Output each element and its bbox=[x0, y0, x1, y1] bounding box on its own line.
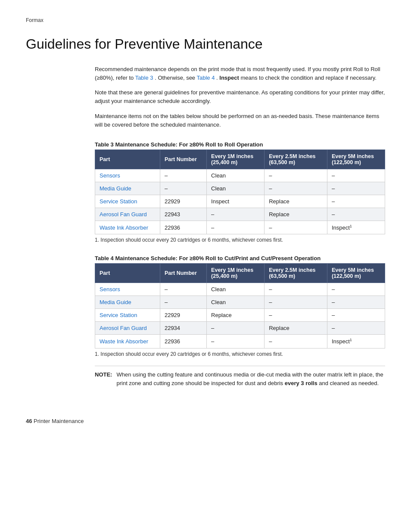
cell-3: – bbox=[207, 208, 265, 221]
table3-header-5m: Every 5M inches(122,500 m) bbox=[327, 149, 385, 169]
cell-4: – bbox=[265, 169, 327, 182]
part-name-cell: Waste Ink Absorber bbox=[95, 335, 160, 348]
cell-4: – bbox=[265, 296, 327, 309]
cell-5: – bbox=[327, 283, 385, 296]
cell-2: – bbox=[160, 169, 206, 182]
table-row: Media Guide–Clean–– bbox=[95, 182, 385, 195]
cell-4: Replace bbox=[265, 322, 327, 335]
cell-3: – bbox=[207, 221, 265, 234]
table-row: Waste Ink Absorber22936––Inspect1 bbox=[95, 221, 385, 234]
cell-2: 22943 bbox=[160, 208, 206, 221]
cell-3: Clean bbox=[207, 283, 265, 296]
table4-caption: Table 4 Maintenance Schedule: For ≥80% R… bbox=[95, 255, 385, 261]
cell-5: – bbox=[327, 296, 385, 309]
table4-header-5m: Every 5M inches(122,500 m) bbox=[327, 264, 385, 283]
table3-header-1m: Every 1M inches(25,400 m) bbox=[207, 149, 265, 169]
cell-2: 22936 bbox=[160, 221, 206, 234]
part-link[interactable]: Media Guide bbox=[100, 185, 131, 192]
part-name-cell: Waste Ink Absorber bbox=[95, 221, 160, 234]
part-link[interactable]: Aerosol Fan Guard bbox=[100, 325, 147, 331]
cell-3: Replace bbox=[207, 309, 265, 322]
table-row: Service Station22929InspectReplace– bbox=[95, 195, 385, 208]
note-label: NOTE: bbox=[95, 370, 112, 388]
page-title: Guidelines for Preventive Maintenance bbox=[26, 36, 385, 52]
part-link[interactable]: Waste Ink Absorber bbox=[100, 224, 148, 231]
part-name-cell: Service Station bbox=[95, 195, 160, 208]
cell-5: – bbox=[327, 309, 385, 322]
cell-4: – bbox=[265, 221, 327, 234]
table-row: Aerosol Fan Guard22943–Replace– bbox=[95, 208, 385, 221]
table-row: Sensors–Clean–– bbox=[95, 169, 385, 182]
part-link[interactable]: Aerosol Fan Guard bbox=[100, 211, 147, 218]
note-text: When using the cutting feature and conti… bbox=[116, 370, 385, 388]
intro-paragraph-1: Recommended maintenance depends on the p… bbox=[95, 65, 385, 82]
cell-5: – bbox=[327, 169, 385, 182]
cell-4: – bbox=[265, 182, 327, 195]
table-row: Sensors–Clean–– bbox=[95, 283, 385, 296]
table-row: Aerosol Fan Guard22934–Replace– bbox=[95, 322, 385, 335]
table3-header-part: Part bbox=[95, 149, 160, 169]
table3-footnote: 1. Inspection should occur every 20 cart… bbox=[95, 237, 385, 243]
cell-4: – bbox=[265, 335, 327, 348]
cell-2: 22936 bbox=[160, 335, 206, 348]
part-link[interactable]: Service Station bbox=[100, 312, 137, 318]
intro-paragraph-3: Maintenance items not on the tables belo… bbox=[95, 112, 385, 129]
intro-paragraph-2: Note that these are general guidelines f… bbox=[95, 88, 385, 106]
cell-2: – bbox=[160, 182, 206, 195]
cell-2: – bbox=[160, 296, 206, 309]
cell-3: Clean bbox=[207, 182, 265, 195]
cell-5: Inspect1 bbox=[327, 335, 385, 348]
cell-4: Replace bbox=[265, 195, 327, 208]
cell-2: – bbox=[160, 283, 206, 296]
part-link[interactable]: Media Guide bbox=[100, 299, 131, 305]
table4-footnote: 1. Inspection should occur every 20 cart… bbox=[95, 351, 385, 357]
cell-5: – bbox=[327, 322, 385, 335]
table3-link[interactable]: Table 3 bbox=[135, 75, 153, 81]
table4-link[interactable]: Table 4 bbox=[197, 75, 215, 81]
part-link[interactable]: Sensors bbox=[100, 286, 120, 292]
cell-2: 22929 bbox=[160, 309, 206, 322]
table4-header-partnumber: Part Number bbox=[160, 264, 206, 283]
cell-3: – bbox=[207, 335, 265, 348]
cell-3: – bbox=[207, 322, 265, 335]
part-name-cell: Media Guide bbox=[95, 182, 160, 195]
brand-label: Formax bbox=[26, 17, 385, 23]
cell-2: 22929 bbox=[160, 195, 206, 208]
cell-5: Inspect1 bbox=[327, 221, 385, 234]
table4-header-part: Part bbox=[95, 264, 160, 283]
table4: Part Part Number Every 1M inches(25,400 … bbox=[95, 263, 385, 348]
page-footer: 46 Printer Maintenance bbox=[26, 418, 385, 424]
table4-header-2-5m: Every 2.5M inches(63,500 m) bbox=[265, 264, 327, 283]
cell-4: – bbox=[265, 309, 327, 322]
note-box: NOTE: When using the cutting feature and… bbox=[95, 366, 385, 392]
part-name-cell: Service Station bbox=[95, 309, 160, 322]
part-link[interactable]: Waste Ink Absorber bbox=[100, 338, 148, 345]
cell-3: Clean bbox=[207, 169, 265, 182]
table-row: Service Station22929Replace–– bbox=[95, 309, 385, 322]
cell-4: – bbox=[265, 283, 327, 296]
part-name-cell: Sensors bbox=[95, 283, 160, 296]
table3: Part Part Number Every 1M inches(25,400 … bbox=[95, 149, 385, 234]
table3-caption: Table 3 Maintenance Schedule: For ≥80% R… bbox=[95, 141, 385, 148]
table4-header-1m: Every 1M inches(25,400 m) bbox=[207, 264, 265, 283]
table3-header-2-5m: Every 2.5M inches(63,500 m) bbox=[265, 149, 327, 169]
cell-3: Inspect bbox=[207, 195, 265, 208]
table3-header-partnumber: Part Number bbox=[160, 149, 206, 169]
part-name-cell: Aerosol Fan Guard bbox=[95, 322, 160, 335]
table-row: Media Guide–Clean–– bbox=[95, 296, 385, 309]
part-link[interactable]: Sensors bbox=[100, 172, 120, 179]
cell-5: – bbox=[327, 208, 385, 221]
cell-2: 22934 bbox=[160, 322, 206, 335]
cell-4: Replace bbox=[265, 208, 327, 221]
part-link[interactable]: Service Station bbox=[100, 198, 137, 205]
cell-3: Clean bbox=[207, 296, 265, 309]
cell-5: – bbox=[327, 182, 385, 195]
part-name-cell: Media Guide bbox=[95, 296, 160, 309]
part-name-cell: Aerosol Fan Guard bbox=[95, 208, 160, 221]
table-row: Waste Ink Absorber22936––Inspect1 bbox=[95, 335, 385, 348]
cell-5: – bbox=[327, 195, 385, 208]
part-name-cell: Sensors bbox=[95, 169, 160, 182]
